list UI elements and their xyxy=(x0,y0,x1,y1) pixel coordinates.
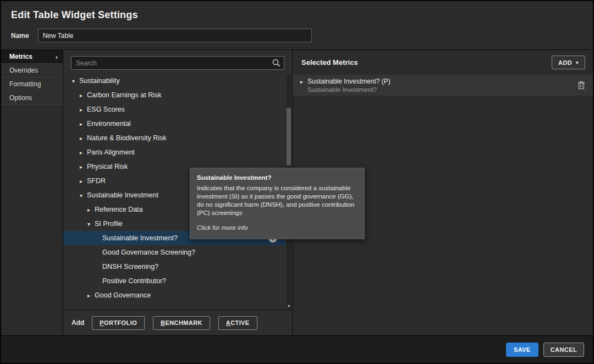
tree-caret[interactable]: ▸ xyxy=(87,207,95,213)
add-scope-button[interactable]: ACTIVE xyxy=(218,316,257,330)
selected-metric-row[interactable]: ▸ Sustainable Investment? (P) Sustainabl… xyxy=(293,75,593,96)
tree-caret[interactable]: ▸ xyxy=(300,79,307,85)
tree-item-label: ESG Scores xyxy=(87,106,125,113)
tree-item-label: Environmental xyxy=(87,120,131,128)
save-button[interactable]: SAVE xyxy=(506,343,538,357)
sidebar-item[interactable]: Overrides › xyxy=(1,64,63,78)
scroll-down-arrow[interactable]: ▾ xyxy=(287,304,291,308)
dialog-title: Edit Table Widget Settings xyxy=(11,9,583,21)
add-metric-button[interactable]: ADD ▾ xyxy=(552,56,585,69)
search-icon[interactable] xyxy=(272,58,281,70)
tree-caret[interactable]: ▾ xyxy=(72,78,79,84)
sidebar-item-label: Metrics xyxy=(9,53,32,60)
tree-caret[interactable]: ▸ xyxy=(80,107,87,113)
selected-metrics-header: Selected Metrics ADD ▾ xyxy=(293,50,593,75)
tree-row[interactable]: ▸ Good Governance xyxy=(63,288,285,302)
tree-row[interactable]: ▾ Sustainability xyxy=(63,74,285,88)
tree-caret[interactable]: ▸ xyxy=(80,178,87,184)
sidebar-item[interactable]: Options › xyxy=(1,91,63,105)
add-scope-row: Add PORTFOLIO BENCHMARK ACTIVE xyxy=(63,310,292,335)
tree-caret[interactable]: ▸ xyxy=(87,293,95,299)
tree-item-label: Good Governance Screening? xyxy=(102,249,195,256)
name-label: Name xyxy=(11,32,29,40)
tree-item-label: Carbon Earnings at Risk xyxy=(87,91,161,99)
trash-icon[interactable] xyxy=(578,81,585,90)
add-scope-button[interactable]: BENCHMARK xyxy=(153,316,210,330)
tree-item-label: Physical Risk xyxy=(87,163,128,170)
add-scope-button-label: PORTFOLIO xyxy=(100,319,137,326)
add-scope-buttons: PORTFOLIO BENCHMARK ACTIVE xyxy=(92,316,257,330)
add-scope-button-label: BENCHMARK xyxy=(161,319,202,326)
dialog-footer: SAVE CANCEL xyxy=(1,335,593,363)
name-row: Name xyxy=(1,25,593,49)
tree-item-label: Paris Alignment xyxy=(87,148,135,156)
sidebar-item-label: Options xyxy=(9,94,32,102)
selected-metric-title: Sustainable Investment? (P) xyxy=(307,78,391,85)
add-scope-button[interactable]: PORTFOLIO xyxy=(92,316,145,330)
tree-item-label: Good Governance xyxy=(95,291,151,299)
tree-caret[interactable]: ▸ xyxy=(80,135,87,141)
tree-row[interactable]: ▸ Nature & Biodiversity Risk xyxy=(63,131,285,145)
tree-caret[interactable]: ▸ xyxy=(80,150,87,156)
scrollbar-thumb[interactable] xyxy=(287,108,291,166)
tree-caret[interactable]: ▸ xyxy=(80,164,87,170)
tree-row[interactable]: ▸ Paris Alignment xyxy=(63,145,285,159)
tree-item-label: DNSH Screening? xyxy=(102,263,158,271)
selected-metrics-list: ▸ Sustainable Investment? (P) Sustainabl… xyxy=(293,75,593,96)
sidebar-item-label: Overrides xyxy=(9,67,38,74)
tooltip-more-info-link[interactable]: Click for more info xyxy=(197,224,358,232)
cancel-button[interactable]: CANCEL xyxy=(543,343,584,357)
tree-item-label: Positive Contributor? xyxy=(102,277,166,285)
tooltip-title: Sustainable Investment? xyxy=(197,174,358,182)
tree-row[interactable]: Positive Contributor? xyxy=(63,274,285,288)
tree-item-label: Nature & Biodiversity Risk xyxy=(87,134,167,142)
tree-row[interactable]: DNSH Screening? xyxy=(63,260,285,274)
add-metric-button-label: ADD xyxy=(558,59,572,66)
tree-item-label: Sustainability xyxy=(79,77,120,85)
tree-row[interactable]: ▸ Carbon Earnings at Risk xyxy=(63,88,285,102)
chevron-right-icon: › xyxy=(56,53,58,60)
search-input[interactable] xyxy=(71,56,284,70)
tree-item-label: SFDR xyxy=(87,177,106,185)
add-scope-button-label: ACTIVE xyxy=(226,319,250,326)
metric-info-tooltip: Sustainable Investment? Indicates that t… xyxy=(190,168,365,239)
tree-item-label: Reference Data xyxy=(95,206,143,213)
name-input[interactable] xyxy=(38,29,312,42)
sidebar-item[interactable]: Metrics › xyxy=(1,50,63,64)
tree-caret[interactable]: ▸ xyxy=(80,92,87,98)
tree-caret[interactable]: ▾ xyxy=(87,221,95,227)
tree-row[interactable]: Good Governance Screening? xyxy=(63,245,285,260)
tree-item-label: SI Profile xyxy=(95,220,123,228)
tree-caret[interactable]: ▸ xyxy=(80,121,87,127)
tree-row[interactable]: ▸ ESG Scores xyxy=(63,102,285,117)
add-scope-label: Add xyxy=(72,319,84,327)
tree-item-label: Sustainable Investment? xyxy=(102,234,178,242)
tree-item-label: Sustainable Investment xyxy=(87,191,158,199)
selected-metrics-title: Selected Metrics xyxy=(301,58,358,67)
edit-table-widget-dialog: Edit Table Widget Settings Name Metrics … xyxy=(0,0,594,364)
chevron-down-icon: ▾ xyxy=(576,60,579,65)
sidebar-item[interactable]: Formatting › xyxy=(1,78,63,91)
selected-metric-subtitle: Sustainable Investment? xyxy=(307,86,391,93)
tree-row[interactable]: ▸ Environmental xyxy=(63,117,285,131)
sidebar: Metrics › Overrides › Formatting › Optio… xyxy=(1,50,63,335)
dialog-header: Edit Table Widget Settings xyxy=(1,1,593,25)
tooltip-body: Indicates that the company is considered… xyxy=(197,184,358,217)
sidebar-item-label: Formatting xyxy=(9,80,41,88)
search-wrap xyxy=(71,56,284,70)
tree-caret[interactable]: ▾ xyxy=(80,192,87,198)
